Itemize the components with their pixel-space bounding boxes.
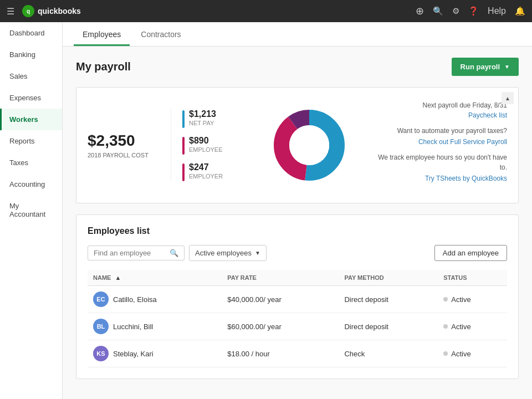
status-dot-icon: [443, 351, 448, 356]
sidebar-item-expenses[interactable]: Expenses: [0, 87, 62, 109]
next-payroll-text: Next payroll due Friday, 8/31: [376, 101, 507, 109]
main-layout: Dashboard Banking Sales Expenses Workers…: [0, 22, 532, 399]
sidebar-item-reports[interactable]: Reports: [0, 130, 62, 152]
logo: q quickbooks: [22, 5, 81, 17]
donut-chart: [259, 101, 359, 190]
sidebar-item-banking[interactable]: Banking: [0, 44, 62, 65]
column-header-pay-rate: PAY RATE: [222, 270, 339, 286]
page-content: My payroll Run payroll ▼ ▲ $2,350 2018 P…: [63, 47, 532, 390]
status-badge: Active: [451, 323, 470, 331]
avatar: KS: [93, 346, 109, 361]
breakdown-employer: $247 EMPLOYER: [182, 162, 248, 181]
hamburger-icon[interactable]: ☰: [7, 6, 14, 17]
employee-bar: [182, 137, 185, 155]
nav-right: ⊕ 🔍 ⚙ ❓ Help 🔔: [416, 5, 525, 17]
net-pay-label: NET PAY: [189, 120, 216, 126]
sidebar: Dashboard Banking Sales Expenses Workers…: [0, 22, 63, 399]
payroll-summary-card: ▲ $2,350 2018 PAYROLL COST $1,213 NET PA…: [76, 87, 519, 203]
employee-pay-method: Direct deposit: [339, 286, 438, 313]
top-navigation: ☰ q quickbooks ⊕ 🔍 ⚙ ❓ Help 🔔: [0, 0, 532, 22]
employee-name-cell[interactable]: BL Lucchini, Bill: [88, 313, 222, 340]
employee-amount: $890: [189, 136, 223, 146]
content-area: Employees Contractors My payroll Run pay…: [63, 22, 532, 399]
sidebar-item-taxes[interactable]: Taxes: [0, 152, 62, 173]
status-dot-icon: [443, 324, 448, 329]
dropdown-arrow-icon: ▼: [504, 64, 510, 70]
employee-status-cell: Active: [438, 286, 507, 313]
table-row[interactable]: BL Lucchini, Bill $60,000.00/ year Direc…: [88, 313, 507, 340]
employees-section: Employees list 🔍 Active employees ▼ Add: [76, 214, 519, 379]
tsheets-link[interactable]: Try TSheets by QuickBooks: [376, 175, 507, 182]
automate-text: Want to automate your payroll taxes?: [376, 126, 507, 136]
employee-pay-method: Direct deposit: [339, 313, 438, 340]
employee-search-box[interactable]: 🔍: [88, 245, 185, 260]
bell-icon[interactable]: 🔔: [515, 6, 525, 16]
nav-left: ☰ q quickbooks: [7, 5, 81, 17]
sort-arrow-icon: ▲: [115, 274, 121, 281]
net-pay-bar: [182, 110, 185, 128]
table-row[interactable]: KS Steblay, Kari $18.00 / hour Check Act…: [88, 340, 507, 367]
payroll-total: $2,350 2018 PAYROLL COST: [88, 132, 165, 158]
list-controls-left: 🔍 Active employees ▼: [88, 245, 267, 261]
employee-pay-rate: $18.00 / hour: [222, 340, 339, 367]
employee-pay-rate: $40,000.00/ year: [222, 286, 339, 313]
active-employees-filter[interactable]: Active employees ▼: [189, 245, 267, 261]
column-header-pay-method: PAY METHOD: [339, 270, 438, 286]
svg-point-5: [289, 125, 329, 165]
employee-label: EMPLOYEE: [189, 146, 223, 153]
payroll-breakdown: $1,213 NET PAY $890 EMPLOYEE: [171, 109, 259, 181]
sidebar-item-dashboard[interactable]: Dashboard: [0, 22, 62, 44]
list-controls: 🔍 Active employees ▼ Add an employee: [88, 245, 507, 261]
plus-icon[interactable]: ⊕: [416, 5, 424, 17]
employee-name-cell[interactable]: EC Catillo, Eloisa: [88, 286, 222, 313]
status-dot-icon: [443, 297, 448, 301]
breakdown-net-pay: $1,213 NET PAY: [182, 109, 248, 128]
help-label[interactable]: Help: [488, 6, 506, 16]
employee-name-cell[interactable]: KS Steblay, Kari: [88, 340, 222, 367]
employee-table: NAME ▲ PAY RATE PAY METHOD STATUS EC Cat…: [88, 270, 507, 367]
run-payroll-button[interactable]: Run payroll ▼: [452, 58, 519, 76]
sidebar-item-accounting[interactable]: Accounting: [0, 173, 62, 195]
employee-status-cell: Active: [438, 313, 507, 340]
search-input[interactable]: [94, 249, 166, 257]
sidebar-item-workers[interactable]: Workers: [0, 109, 62, 130]
employee-name: Steblay, Kari: [113, 350, 154, 358]
full-service-link[interactable]: Check out Full Service Payroll: [376, 138, 507, 146]
employee-pay-rate: $60,000.00/ year: [222, 313, 339, 340]
net-pay-amount: $1,213: [189, 109, 216, 119]
help-icon[interactable]: ❓: [468, 6, 479, 16]
column-header-status: STATUS: [438, 270, 507, 286]
payroll-amount: $2,350: [88, 132, 165, 150]
table-row[interactable]: EC Catillo, Eloisa $40,000.00/ year Dire…: [88, 286, 507, 313]
employee-name: Lucchini, Bill: [113, 323, 153, 331]
sidebar-item-sales[interactable]: Sales: [0, 65, 62, 87]
collapse-button[interactable]: ▲: [502, 92, 514, 104]
sidebar-item-my-accountant[interactable]: My Accountant: [0, 195, 62, 225]
employee-status-cell: Active: [438, 340, 507, 367]
svg-text:q: q: [27, 8, 30, 14]
employee-name: Catillo, Eloisa: [113, 295, 157, 304]
employer-bar: [182, 163, 185, 181]
add-employee-button[interactable]: Add an employee: [434, 245, 507, 261]
employer-amount: $247: [189, 162, 223, 172]
filter-dropdown-arrow-icon: ▼: [255, 250, 260, 256]
table-header: NAME ▲ PAY RATE PAY METHOD STATUS: [88, 270, 507, 286]
logo-text: quickbooks: [38, 7, 81, 16]
tab-employees[interactable]: Employees: [74, 24, 130, 46]
logo-icon: q: [22, 5, 34, 17]
page-title: My payroll: [76, 60, 131, 73]
search-icon[interactable]: 🔍: [433, 6, 443, 16]
avatar: BL: [93, 319, 109, 334]
tab-bar: Employees Contractors: [63, 22, 532, 47]
breakdown-employee: $890 EMPLOYEE: [182, 136, 248, 155]
gear-icon[interactable]: ⚙: [452, 6, 459, 16]
paycheck-list-link[interactable]: Paycheck list: [376, 111, 507, 119]
employees-list-title: Employees list: [88, 226, 507, 236]
employee-table-body: EC Catillo, Eloisa $40,000.00/ year Dire…: [88, 286, 507, 367]
search-icon: 🔍: [170, 249, 178, 257]
employer-label: EMPLOYER: [189, 173, 223, 180]
track-text: We track employee hours so you don't hav…: [376, 152, 507, 172]
column-header-name[interactable]: NAME ▲: [88, 270, 222, 286]
page-header: My payroll Run payroll ▼: [76, 58, 519, 76]
tab-contractors[interactable]: Contractors: [132, 24, 190, 46]
